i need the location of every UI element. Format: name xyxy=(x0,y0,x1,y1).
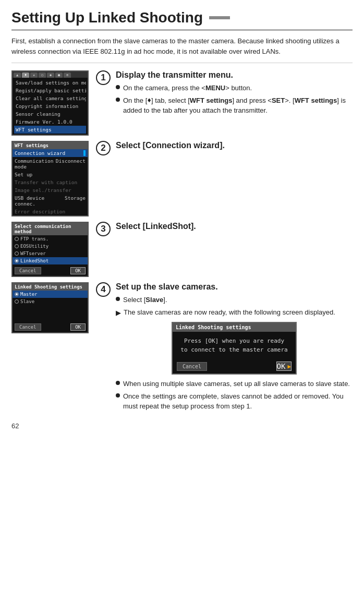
dialog-buttons: Cancel OK ▶ xyxy=(173,359,296,374)
inline-linked-dialog: Linked Shooting settings Press [OK] when… xyxy=(172,322,297,375)
tab-7: ⊕ xyxy=(64,73,71,78)
page-number: 62 xyxy=(11,422,353,430)
comm-method-header: Select communication method xyxy=(13,223,88,235)
comm-eos: EOSUtility xyxy=(13,243,88,250)
step-4-bullet-4: Once the settings are complete, slaves c… xyxy=(116,391,353,412)
radio-wft xyxy=(15,251,19,256)
step-3-screen: Select communication method FTP trans. E… xyxy=(11,222,89,277)
step-2-details: Select [Connection wizard]. xyxy=(116,141,225,153)
step-4-bullet-2: ▶ The slave cameras are now ready, with … xyxy=(116,307,353,318)
title-decoration xyxy=(209,16,230,19)
step-4-row: Linked Shooting settings Master Slave Ca… xyxy=(11,282,353,414)
wft-header: WFT settings xyxy=(13,142,88,149)
menu-item-5: Sensor cleaning xyxy=(14,110,86,118)
page-title: Setting Up Linked Shooting xyxy=(11,9,353,31)
linked-ok-button[interactable]: OK xyxy=(70,323,86,331)
tab-3: ★ xyxy=(30,73,38,78)
step-3-number: 3 xyxy=(96,222,111,236)
menu-items-list: Save/load settings on media Regist/apply… xyxy=(13,78,88,135)
step-1-title: Display the transmitter menu. xyxy=(116,70,353,80)
linked-buttons: Cancel OK xyxy=(13,322,88,332)
menu-tabs: ▲ ♦ ★ ○ ◆ ● ⊕ xyxy=(13,71,88,78)
wft-item-7: Error description xyxy=(13,208,88,215)
bullet-icon-4-4 xyxy=(116,393,120,398)
step-1-number: 1 xyxy=(96,70,111,85)
step-1-body: On the camera, press the <MENU> button. … xyxy=(116,83,353,116)
wft-item-2: Communication modeDisconnect xyxy=(13,157,88,171)
title-text: Setting Up Linked Shooting xyxy=(11,9,203,26)
step-1-content: 1 Display the transmitter menu. On the c… xyxy=(96,70,353,118)
comm-ok-button[interactable]: OK xyxy=(70,267,86,274)
step-1-row: ▲ ♦ ★ ○ ◆ ● ⊕ Save/load settings on medi… xyxy=(11,70,353,136)
dialog-cancel-button[interactable]: Cancel xyxy=(177,362,207,371)
bullet-icon-2 xyxy=(116,98,120,102)
screen-2-panel: WFT settings Connection wizard Communica… xyxy=(11,141,89,216)
step-4-body: Select [Slave]. ▶ The slave cameras are … xyxy=(116,295,353,318)
step-1-details: Display the transmitter menu. On the cam… xyxy=(116,70,353,118)
step-1-screen: ▲ ♦ ★ ○ ◆ ● ⊕ Save/load settings on medi… xyxy=(11,70,89,136)
dialog-ok-button[interactable]: OK ▶ xyxy=(276,362,292,371)
step-4-bullet-3: When using multiple slave cameras, set u… xyxy=(116,379,353,389)
comm-ftp: FTP trans. xyxy=(13,235,88,243)
intro-text: First, establish a connection from the s… xyxy=(11,37,339,55)
intro-paragraph: First, establish a connection from the s… xyxy=(11,36,353,63)
tab-4: ○ xyxy=(39,73,46,78)
step-3-content: 3 Select [LinkedShot]. xyxy=(96,222,196,236)
linked-master: Master xyxy=(13,291,88,298)
tab-1: ▲ xyxy=(14,73,21,78)
screen-3-panel: Select communication method FTP trans. E… xyxy=(11,222,89,277)
wft-item-6: USB device connec.Storage xyxy=(13,194,88,208)
comm-wft: WFTserver xyxy=(13,250,88,257)
step-4-details: Set up the slave cameras. Select [Slave]… xyxy=(116,282,353,414)
menu-item-1: Save/load settings on media xyxy=(14,79,86,87)
radio-linked-fill xyxy=(16,260,18,262)
step-4-number: 4 xyxy=(96,282,111,297)
step-3-title: Select [LinkedShot]. xyxy=(116,222,196,231)
step-2-number: 2 xyxy=(96,141,111,155)
wft-item-4: Transfer with caption xyxy=(13,178,88,186)
tab-2: ♦ xyxy=(22,73,29,78)
linked-cancel-button[interactable]: Cancel xyxy=(15,323,41,331)
radio-slave xyxy=(15,299,19,304)
dialog-header: Linked Shooting settings xyxy=(173,323,296,332)
menu-item-4: Copyright information xyxy=(14,102,86,110)
step-2-title: Select [Connection wizard]. xyxy=(116,141,225,150)
bullet-icon-1 xyxy=(116,85,120,89)
ok-arrow-icon: ▶ xyxy=(287,363,291,370)
step-1-bullet-1: On the camera, press the <MENU> button. xyxy=(116,83,353,93)
radio-ftp xyxy=(15,237,19,241)
tab-6: ● xyxy=(55,73,63,78)
step-4-content: 4 Set up the slave cameras. Select [Slav… xyxy=(96,282,353,414)
step-3-row: Select communication method FTP trans. E… xyxy=(11,222,353,277)
dialog-body: Press [OK] when you are readyto connect … xyxy=(173,332,296,359)
screen-4-panel: Linked Shooting settings Master Slave Ca… xyxy=(11,282,89,333)
comm-buttons: Cancel OK xyxy=(13,266,88,276)
menu-item-2: Regist/apply basic settings xyxy=(14,87,86,94)
step-4-screen: Linked Shooting settings Master Slave Ca… xyxy=(11,282,89,333)
menu-item-7-wft: WFT settings xyxy=(14,126,86,134)
step-3-details: Select [LinkedShot]. xyxy=(116,222,196,234)
bullet-icon-4-3 xyxy=(116,381,120,385)
step-1-bullet-2: On the [♦] tab, select [WFT settings] an… xyxy=(116,95,353,116)
step-2-content: 2 Select [Connection wizard]. xyxy=(96,141,225,155)
linked-slave: Slave xyxy=(13,298,88,305)
wft-item-3: Set up xyxy=(13,171,88,178)
linked-spacer xyxy=(13,305,88,321)
step-4-title: Set up the slave cameras. xyxy=(116,282,353,292)
menu-item-3: Clear all camera settings xyxy=(14,94,86,102)
tab-5: ◆ xyxy=(47,73,54,78)
comm-linked: LinkedShot xyxy=(13,257,88,264)
radio-master xyxy=(15,292,19,296)
linked-header: Linked Shooting settings xyxy=(13,283,88,291)
step-4-body-2: When using multiple slave cameras, set u… xyxy=(116,379,353,412)
screen-1-panel: ▲ ♦ ★ ○ ◆ ● ⊕ Save/load settings on medi… xyxy=(11,70,89,136)
radio-linked xyxy=(15,259,19,263)
radio-eos xyxy=(15,244,19,248)
step-2-row: WFT settings Connection wizard Communica… xyxy=(11,141,353,216)
wft-item-1: Connection wizard xyxy=(13,149,88,157)
step-4-bullet-1: Select [Slave]. xyxy=(116,295,353,305)
radio-master-fill xyxy=(16,293,18,295)
menu-item-6: Firmware Ver. 1.0.0 xyxy=(14,118,86,126)
bullet-icon-4-1 xyxy=(116,297,120,301)
comm-cancel-button[interactable]: Cancel xyxy=(15,267,41,274)
